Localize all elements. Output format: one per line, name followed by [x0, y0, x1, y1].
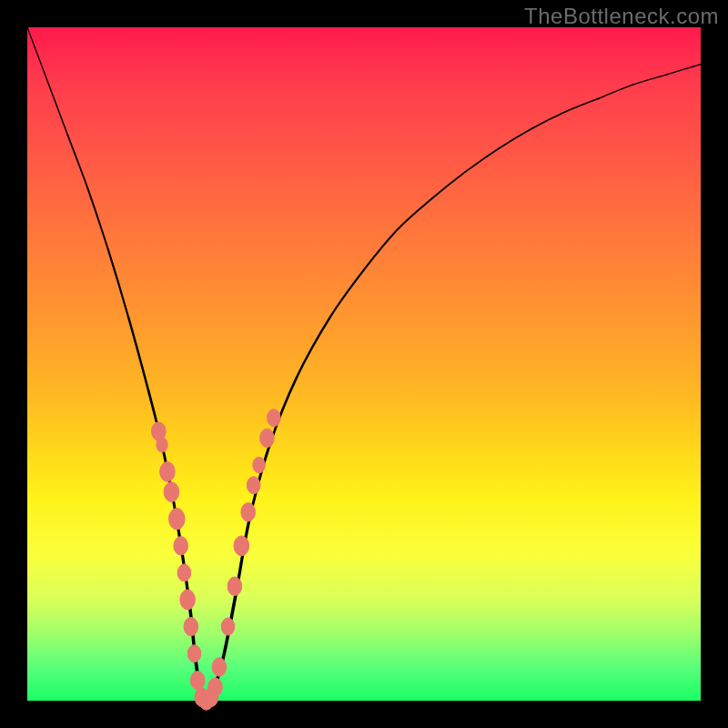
marker-dot	[180, 590, 196, 610]
marker-dot	[177, 564, 191, 581]
marker-dot	[184, 617, 198, 635]
marker-dot	[268, 410, 281, 427]
marker-dot	[208, 678, 223, 696]
marker-dot	[174, 537, 188, 555]
marker-dot	[212, 658, 227, 676]
bottleneck-curve	[27, 27, 701, 706]
marker-dot	[190, 672, 205, 690]
marker-dot	[187, 645, 201, 662]
marker-dot	[241, 503, 256, 521]
marker-dot	[164, 482, 179, 502]
marker-dot	[157, 438, 167, 452]
marker-dot	[247, 477, 260, 494]
marker-dot	[260, 429, 275, 447]
marker-dot	[221, 618, 235, 635]
marker-dot	[228, 577, 242, 595]
chart-frame: TheBottleneck.com	[0, 0, 728, 728]
marker-dot	[234, 536, 249, 556]
curve-layer	[27, 27, 701, 701]
watermark-text: TheBottleneck.com	[524, 4, 719, 29]
marker-dot	[253, 457, 266, 473]
highlighted-points	[152, 410, 281, 711]
marker-dot	[169, 509, 186, 530]
marker-dot	[160, 462, 176, 482]
